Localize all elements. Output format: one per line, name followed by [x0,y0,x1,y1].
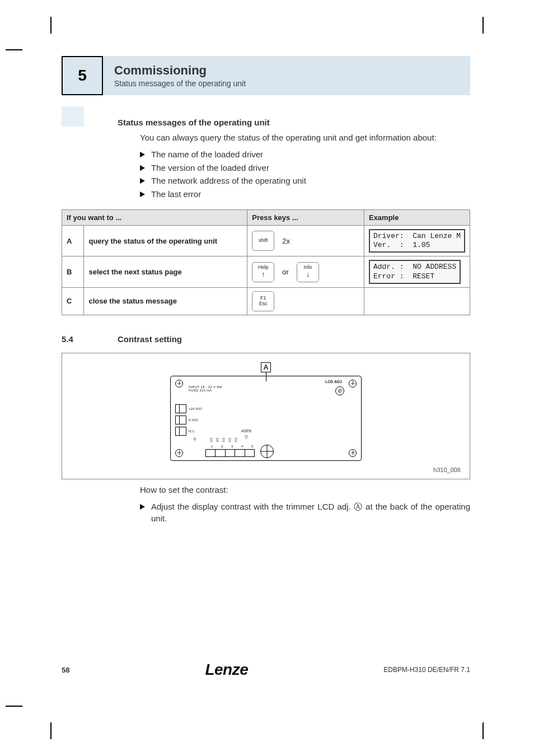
screw-icon: ✕ [349,380,357,388]
pin-icons: ▯▯▯▯▯ [210,437,241,442]
key-help-icon: Help ↑ [252,262,274,282]
intro-text: You can always query the status of the o… [140,132,470,144]
screw-icon: ✕ [175,380,183,388]
page-number: 58 [62,666,69,674]
section-heading: 5.3 Status messages of the operating uni… [62,118,470,127]
chapter-title: Commissioning [114,63,459,78]
bullet-item: The name of the loaded driver [140,148,470,161]
key-f1-esc-icon: F1 Esc [252,291,274,311]
row-keys: shift 2x [247,225,364,256]
key-info-icon: Info ↓ [297,262,319,282]
row-example [364,287,470,315]
pin-numbers: 1 2 3 4 5 [211,445,257,448]
jack-icon [175,404,186,413]
contrast-figure: A ✕ ✕ ✕ ✕ LCD ADJ ⊘ INPUT 18 - 32 V 8W F… [62,353,470,479]
bullet-list: The name of the loaded driver The versio… [140,148,470,200]
lcd-example: Addr. : NO ADDRESS Error : RESET [369,260,461,284]
asp8-arrow-icon: ▽ [245,435,248,440]
section-body: How to set the contrast: Adjust the disp… [140,484,470,525]
left-accent [62,106,84,127]
port-label: +24 VDC [189,407,203,410]
crop-mark [50,722,51,739]
crop-mark [50,17,51,34]
port: N.C. [175,427,203,436]
key-label: Esc [259,301,268,307]
page-footer: 58 Lenze EDBPM-H310 DE/EN/FR 7.1 [62,661,470,679]
crop-mark [6,49,22,50]
ports: +24 VDC 0 VDC N.C. [175,404,203,436]
section-title: Contrast setting [118,334,182,344]
bullet-item: The version of the loaded driver [140,162,470,174]
section-heading: 5.4 Contrast setting [62,334,470,344]
or-text: or [282,268,289,276]
table-row: C close the status message F1 Esc [62,287,470,315]
chapter-number: 5 [62,56,103,95]
step-list: Adjust the display contrast with the tri… [140,501,470,525]
input-spec: INPUT 18 - 32 V 8W FUSE 315 mA [189,385,222,392]
brand-logo: Lenze [205,661,248,679]
port: +24 VDC [175,404,203,413]
crop-mark [483,17,484,34]
earth-icon: ⏚ [193,435,196,441]
port-label: 0 VDC [189,418,199,422]
row-keys: Help ↑ or Info ↓ [247,256,364,288]
section-body: You can always query the status of the o… [140,132,470,200]
callout-a-icon: A [261,362,271,372]
bullet-item: The last error [140,188,470,200]
bullet-item: The network address of the operating uni… [140,175,470,187]
input-spec-line: FUSE 315 mA [189,389,222,392]
howto-text: How to set the contrast: [140,484,470,496]
row-id: B [62,256,84,288]
figure-code: h310_008 [433,466,461,473]
chapter-subtitle: Status messages of the operating unit [114,79,459,88]
arrow-down-icon: ↓ [306,270,310,278]
jack-icon [175,416,186,424]
row-example: Addr. : NO ADDRESS Error : RESET [364,256,470,288]
arrow-up-icon: ↑ [261,270,265,278]
row-example: Driver: Can Lenze M Ver. : 1.05 [364,225,470,256]
globe-icon [260,445,274,458]
device-back-diagram: ✕ ✕ ✕ ✕ LCD ADJ ⊘ INPUT 18 - 32 V 8W FUS… [170,376,362,461]
doc-code: EDBPM-H310 DE/EN/FR 7.1 [383,666,470,674]
section-title: Status messages of the operating unit [118,118,270,127]
row-desc: query the status of the operating unit [84,225,247,256]
input-spec-line: INPUT 18 - 32 V 8W [189,385,222,389]
key-label: shift [259,238,268,244]
chapter-bar: 5 Commissioning Status messages of the o… [62,56,470,95]
key-times: 2x [282,237,290,245]
row-keys: F1 Esc [247,287,364,315]
connector-icon [205,449,255,457]
table-header: Example [364,209,470,225]
lcd-adj-label: LCD ADJ [325,380,342,384]
row-id: C [62,287,84,315]
asp8-label: ASP8 [241,429,251,433]
row-id: A [62,225,84,256]
table-header: Press keys ... [247,209,364,225]
port: 0 VDC [175,416,203,424]
table-row: A query the status of the operating unit… [62,225,470,256]
step-item: Adjust the display contrast with the tri… [140,501,470,525]
instruction-table: If you want to ... Press keys ... Exampl… [62,209,470,315]
jack-icon [175,427,186,436]
table-row: B select the next status page Help ↑ or … [62,256,470,288]
row-desc: select the next status page [84,256,247,288]
lcd-example: Driver: Can Lenze M Ver. : 1.05 [369,229,465,253]
table-header: If you want to ... [62,209,247,225]
key-shift-icon: shift [252,231,274,251]
crop-mark [483,722,484,739]
crop-mark [6,706,22,707]
port-label: N.C. [189,430,195,433]
screw-icon: ✕ [175,449,183,457]
page-content: 5 Commissioning Status messages of the o… [62,56,470,526]
trimmer-icon: ⊘ [335,386,344,395]
row-desc: close the status message [84,287,247,315]
chapter-text: Commissioning Status messages of the ope… [103,56,470,95]
section-number: 5.4 [62,334,118,344]
screw-icon: ✕ [349,449,357,457]
